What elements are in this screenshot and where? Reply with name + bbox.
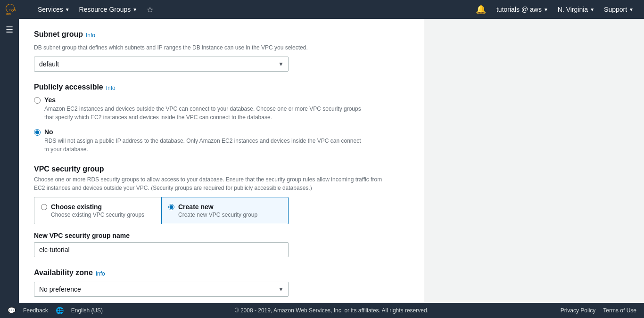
subnet-group-info-link[interactable]: Info [86, 32, 95, 39]
feedback-link[interactable]: Feedback [23, 307, 48, 314]
footer-copyright: © 2008 - 2019, Amazon Web Services, Inc.… [103, 307, 561, 314]
resource-groups-caret: ▼ [132, 7, 137, 12]
availability-zone-select[interactable]: No preference [34, 282, 289, 297]
publicly-accessible-no-label: No [44, 128, 365, 136]
choose-existing-desc: Choose existing VPC security groups [51, 212, 144, 218]
services-caret: ▼ [65, 7, 70, 12]
choose-existing-label: Choose existing [51, 203, 144, 211]
publicly-accessible-info-link[interactable]: Info [106, 85, 116, 91]
vpc-security-group-section: VPC security group Choose one or more RD… [34, 165, 409, 257]
new-vpc-sg-name-input[interactable] [34, 242, 289, 257]
availability-zone-select-wrapper: No preference ▼ [34, 282, 289, 297]
publicly-accessible-yes-desc: Amazon EC2 instances and devices outside… [44, 105, 365, 122]
create-new-label: Create new [178, 203, 257, 211]
navbar-right: 🔔 tutorials @ aws ▼ N. Virginia ▼ Suppor… [470, 0, 638, 19]
aws-logo[interactable]: aws [6, 4, 24, 15]
support-nav[interactable]: Support ▼ [599, 0, 638, 19]
services-nav[interactable]: Services ▼ [33, 0, 74, 19]
resource-groups-nav[interactable]: Resource Groups ▼ [74, 0, 142, 19]
services-label: Services [38, 6, 63, 13]
bookmark-nav[interactable]: ☆ [142, 0, 158, 19]
availability-zone-title: Availability zone [34, 269, 93, 277]
choose-existing-radio[interactable] [41, 204, 47, 210]
user-nav[interactable]: tutorials @ aws ▼ [492, 0, 553, 19]
region-nav[interactable]: N. Virginia ▼ [553, 0, 599, 19]
sidebar: ☰ [0, 19, 19, 303]
notification-bell-icon[interactable]: 🔔 [470, 4, 492, 15]
subnet-group-desc: DB subnet group that defines which subne… [34, 43, 383, 52]
create-new-radio[interactable] [168, 204, 174, 210]
main-content: Subnet group Info DB subnet group that d… [19, 19, 424, 318]
availability-zone-section: Availability zone Info No preference ▼ [34, 269, 409, 297]
footer: 💬 Feedback 🌐 English (US) © 2008 - 2019,… [0, 303, 644, 318]
subnet-group-section: Subnet group Info DB subnet group that d… [34, 30, 409, 72]
publicly-accessible-no-desc: RDS will not assign a public IP address … [44, 137, 365, 154]
svg-text:aws: aws [6, 12, 11, 15]
support-caret: ▼ [629, 7, 634, 12]
create-new-desc: Create new VPC security group [178, 212, 257, 218]
globe-icon: 🌐 [56, 307, 64, 314]
publicly-accessible-title: Publicly accessible [34, 83, 103, 91]
subnet-group-select[interactable]: default [34, 57, 289, 72]
region-label: N. Virginia [558, 6, 588, 13]
navbar: aws Services ▼ Resource Groups ▼ ☆ 🔔 tut… [0, 0, 644, 19]
user-caret: ▼ [544, 7, 548, 12]
publicly-accessible-section: Publicly accessible Info Yes Amazon EC2 … [34, 83, 409, 154]
publicly-accessible-no-option[interactable]: No RDS will not assign a public IP addre… [34, 128, 409, 154]
vpc-security-group-title: VPC security group [34, 165, 409, 173]
terms-of-use-link[interactable]: Terms of Use [603, 307, 636, 314]
resource-groups-label: Resource Groups [79, 6, 131, 13]
privacy-policy-link[interactable]: Privacy Policy [561, 307, 596, 314]
feedback-icon: 💬 [8, 307, 16, 314]
vpc-security-group-desc: Choose one or more RDS security groups t… [34, 175, 383, 192]
sidebar-menu-icon[interactable]: ☰ [6, 24, 13, 35]
region-caret: ▼ [590, 7, 594, 12]
footer-left: 💬 Feedback 🌐 English (US) [8, 307, 103, 314]
vpc-security-group-cards: Choose existing Choose existing VPC secu… [34, 197, 289, 224]
bookmark-icon: ☆ [147, 5, 153, 14]
user-label: tutorials @ aws [496, 6, 542, 13]
language-link[interactable]: English (US) [71, 307, 103, 314]
publicly-accessible-yes-option[interactable]: Yes Amazon EC2 instances and devices out… [34, 96, 409, 122]
subnet-group-title: Subnet group [34, 30, 83, 39]
footer-right: Privacy Policy Terms of Use [561, 307, 636, 314]
create-new-card[interactable]: Create new Create new VPC security group [161, 197, 289, 224]
support-label: Support [604, 6, 627, 13]
publicly-accessible-yes-radio[interactable] [34, 97, 41, 104]
choose-existing-card[interactable]: Choose existing Choose existing VPC secu… [34, 197, 161, 224]
new-vpc-sg-name-label: New VPC security group name [34, 232, 409, 239]
subnet-group-select-wrapper: default ▼ [34, 57, 289, 72]
publicly-accessible-yes-label: Yes [44, 96, 365, 104]
availability-zone-info-link[interactable]: Info [96, 270, 105, 277]
publicly-accessible-no-radio[interactable] [34, 129, 41, 136]
